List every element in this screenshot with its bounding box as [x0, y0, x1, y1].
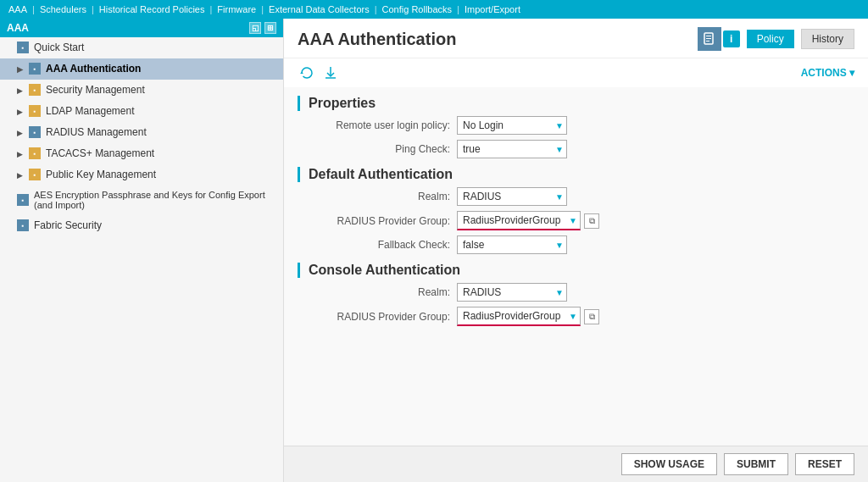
ping-check-control: true ▼: [457, 140, 567, 158]
bottom-bar: SHOW USAGE SUBMIT RESET: [284, 446, 868, 482]
sidebar-item-label: Security Management: [46, 84, 145, 96]
doc-icon: ▪: [29, 63, 41, 75]
info-icon[interactable]: i: [723, 30, 740, 47]
console-realm-select[interactable]: RADIUS: [457, 283, 567, 302]
sidebar-item-radius-mgmt[interactable]: ▶ ▪ RADIUS Management: [0, 122, 283, 143]
fallback-check-label: Fallback Check:: [314, 239, 450, 251]
sidebar-item-label: Public Key Management: [46, 169, 156, 180]
doc-icon: ▪: [29, 126, 41, 138]
console-realm-row: Realm: RADIUS ▼: [298, 283, 854, 302]
sidebar-item-pubkey-mgmt[interactable]: ▶ ▪ Public Key Management: [0, 164, 283, 186]
remote-login-label: Remote user login policy:: [314, 119, 450, 131]
console-auth-title: Console Authentication: [305, 263, 854, 278]
fallback-check-control: false ▼: [457, 235, 567, 254]
sidebar-item-label: Quick Start: [34, 42, 84, 53]
tab-history[interactable]: History: [801, 29, 854, 49]
sidebar-header-icons: ◱ ⊞: [249, 22, 276, 34]
sep5: |: [375, 4, 377, 14]
console-radius-group-control: RadiusProviderGroup ▼ ⧉: [457, 307, 599, 326]
download-icon[interactable]: [321, 64, 340, 82]
toolbar: ACTIONS ▾: [284, 58, 868, 87]
refresh-icon[interactable]: [298, 64, 316, 82]
console-realm-label: Realm:: [314, 286, 450, 298]
fallback-check-select[interactable]: false: [457, 235, 567, 254]
console-radius-group-select[interactable]: RadiusProviderGroup: [457, 307, 581, 326]
properties-title: Properties: [305, 96, 854, 111]
header-right: i Policy History: [698, 27, 854, 51]
nav-external[interactable]: External Data Collectors: [269, 4, 370, 14]
sidebar-item-quick-start[interactable]: ▪ Quick Start: [0, 37, 283, 58]
nav-schedulers[interactable]: Schedulers: [40, 4, 86, 14]
nav-historical[interactable]: Historical Record Policies: [99, 4, 205, 14]
sidebar-item-label: Fabric Security: [34, 219, 102, 231]
nav-firmware[interactable]: Firmware: [217, 4, 256, 14]
arrow-icon: ▶: [17, 86, 24, 93]
ping-check-label: Ping Check:: [314, 143, 450, 155]
actions-button[interactable]: ACTIONS ▾: [801, 67, 854, 79]
remote-login-select[interactable]: No Login: [457, 116, 567, 135]
sep3: |: [210, 4, 213, 14]
sidebar-item-tacacs-mgmt[interactable]: ▶ ▪ TACACS+ Management: [0, 143, 283, 164]
content-header: AAA Authentication i Policy History: [284, 19, 868, 58]
nav-config-rollbacks[interactable]: Config Rollbacks: [382, 4, 453, 14]
sidebar-item-ldap-mgmt[interactable]: ▶ ▪ LDAP Management: [0, 101, 283, 122]
console-radius-group-row: RADIUS Provider Group: RadiusProviderGro…: [298, 307, 854, 326]
ping-check-select[interactable]: true: [457, 140, 567, 158]
sidebar-item-aaa-auth[interactable]: ▶ ▪ AAA Authentication: [0, 58, 283, 80]
default-radius-group-select-wrapper: RadiusProviderGroup ▼: [457, 211, 581, 230]
expand-icon[interactable]: ⊞: [264, 22, 276, 34]
default-realm-row: Realm: RADIUS ▼: [298, 187, 854, 206]
submit-button[interactable]: SUBMIT: [724, 453, 788, 475]
book-icon[interactable]: [698, 27, 721, 51]
doc-icon: ▪: [17, 219, 29, 231]
sidebar-item-label: RADIUS Management: [46, 126, 147, 138]
sidebar: AAA ◱ ⊞ ▪ Quick Start ▶ ▪ AAA Authentica…: [0, 19, 284, 482]
default-realm-select[interactable]: RADIUS: [457, 187, 567, 206]
folder-icon: ▪: [29, 105, 41, 117]
toolbar-left: [298, 64, 340, 82]
sep1: |: [32, 4, 35, 14]
console-radius-group-select-wrapper: RadiusProviderGroup ▼: [457, 307, 581, 326]
sidebar-item-aes-enc[interactable]: ▪ AES Encryption Passphrase and Keys for…: [0, 186, 283, 215]
sidebar-title: AAA: [7, 22, 29, 34]
sidebar-item-label: LDAP Management: [46, 105, 135, 117]
nav-aaa[interactable]: AAA: [8, 4, 27, 14]
content-area: AAA Authentication i Policy History: [284, 19, 868, 482]
svg-rect-2: [706, 38, 711, 39]
sidebar-item-security-mgmt[interactable]: ▶ ▪ Security Management: [0, 80, 283, 101]
folder-icon: ▪: [29, 84, 41, 96]
default-realm-select-wrapper: RADIUS ▼: [457, 187, 567, 206]
arrow-icon: ▶: [17, 150, 24, 157]
main-layout: AAA ◱ ⊞ ▪ Quick Start ▶ ▪ AAA Authentica…: [0, 19, 868, 482]
ping-check-select-wrapper: true ▼: [457, 140, 567, 158]
collapse-icon[interactable]: ◱: [249, 22, 261, 34]
default-auth-title: Default Authentication: [305, 167, 854, 182]
nav-import-export[interactable]: Import/Export: [465, 4, 520, 14]
default-radius-group-label: RADIUS Provider Group:: [314, 215, 450, 227]
default-realm-label: Realm:: [314, 191, 450, 202]
form-area: Properties Remote user login policy: No …: [284, 87, 868, 446]
show-usage-button[interactable]: SHOW USAGE: [621, 453, 717, 475]
console-radius-group-label: RADIUS Provider Group:: [314, 311, 450, 323]
sidebar-item-fabric-sec[interactable]: ▪ Fabric Security: [0, 215, 283, 236]
svg-rect-3: [706, 41, 709, 42]
sidebar-header: AAA ◱ ⊞: [0, 19, 283, 37]
sep2: |: [92, 4, 94, 14]
svg-rect-1: [706, 36, 711, 36]
folder-icon: ▪: [29, 169, 41, 180]
reset-button[interactable]: RESET: [795, 453, 854, 475]
default-radius-group-control: RadiusProviderGroup ▼ ⧉: [457, 211, 599, 230]
tab-policy[interactable]: Policy: [747, 30, 794, 48]
doc-icon: ▪: [17, 194, 29, 206]
console-realm-control: RADIUS ▼: [457, 283, 567, 302]
sep4: |: [261, 4, 264, 14]
fallback-check-row: Fallback Check: false ▼: [298, 235, 854, 254]
copy-icon[interactable]: ⧉: [584, 213, 599, 229]
arrow-icon: ▶: [17, 65, 24, 72]
default-radius-group-select[interactable]: RadiusProviderGroup: [457, 211, 581, 230]
top-nav: AAA | Schedulers | Historical Record Pol…: [0, 0, 868, 19]
sidebar-item-label: AES Encryption Passphrase and Keys for C…: [34, 190, 276, 210]
console-realm-select-wrapper: RADIUS ▼: [457, 283, 567, 302]
default-realm-control: RADIUS ▼: [457, 187, 567, 206]
copy-icon[interactable]: ⧉: [584, 309, 599, 324]
